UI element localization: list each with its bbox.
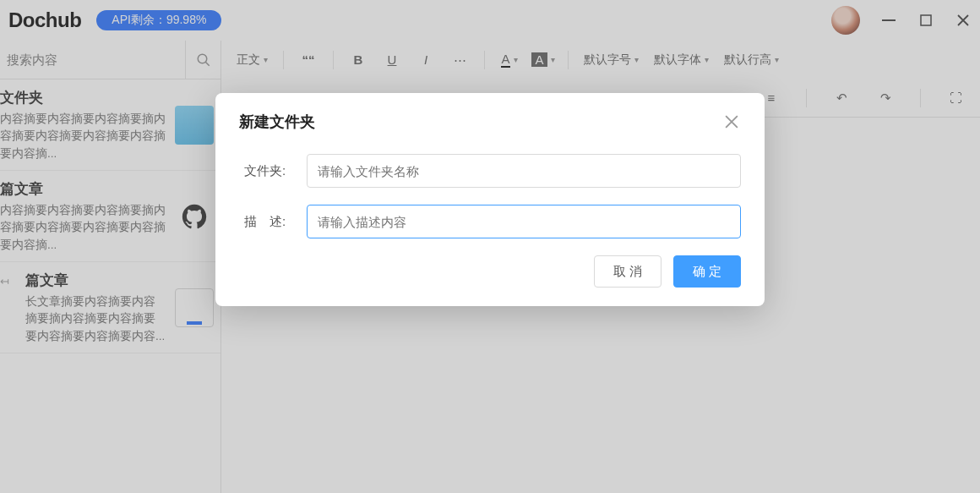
folder-desc-label: 描 述: (239, 214, 307, 230)
dialog-title: 新建文件夹 (239, 112, 315, 132)
new-folder-dialog: 新建文件夹 文件夹: 描 述: 取 消 确 定 (215, 93, 765, 306)
close-icon[interactable] (722, 112, 741, 131)
folder-name-label: 文件夹: (239, 163, 307, 179)
cancel-button[interactable]: 取 消 (594, 255, 662, 288)
modal-backdrop[interactable]: 新建文件夹 文件夹: 描 述: 取 消 确 定 (0, 0, 980, 493)
ok-button[interactable]: 确 定 (673, 255, 741, 288)
folder-desc-input[interactable] (307, 205, 741, 238)
folder-name-input[interactable] (307, 154, 741, 188)
